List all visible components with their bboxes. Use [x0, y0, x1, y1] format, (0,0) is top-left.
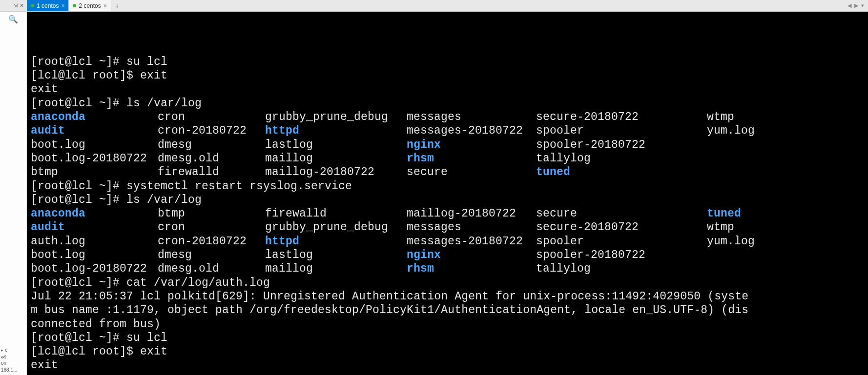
ls-row: anacondacrongrubby_prune_debugmessagesse… [31, 110, 864, 124]
ls-entry: cron [158, 110, 265, 124]
ls-entry: yum.log [707, 235, 765, 248]
tabs-menu-icon[interactable]: ▾ [861, 2, 864, 9]
ls-entry: maillog [265, 152, 407, 165]
ls-entry: nginx [407, 138, 536, 152]
content-row: 🔍 ▸ e əs on 168.1... [root@lcl ~]# su lc… [0, 12, 868, 375]
ls-row: anacondabtmpfirewalldmaillog-20180722sec… [31, 207, 864, 220]
ls-entry: tallylog [536, 262, 707, 276]
ls-entry: messages-20180722 [407, 235, 536, 248]
tab-label: 1 centos [37, 2, 59, 9]
ls-entry: dmesg.old [158, 152, 265, 165]
tab-bar: ⇲ ✕ 1 centos × 2 centos × + ◀ ▶ ▾ [0, 0, 868, 12]
ls-row: auditcrongrubby_prune_debugmessagessecur… [31, 220, 864, 234]
ls-entry: tallylog [536, 152, 707, 165]
terminal-line: [root@lcl ~]# cat /var/log/auth.log [31, 276, 270, 289]
terminal[interactable]: [root@lcl ~]# su lcl [lcl@lcl root]$ exi… [27, 12, 868, 375]
sidebar-item[interactable]: ▸ e [1, 347, 25, 354]
tab-bar-left-controls: ⇲ ✕ [0, 0, 27, 11]
ls-entry: spooler-20180722 [536, 138, 707, 152]
ls-entry: tuned [707, 207, 765, 220]
ls-row: auditcron-20180722httpdmessages-20180722… [31, 124, 864, 138]
terminal-line: [root@lcl ~]# ls /var/log [31, 97, 202, 110]
status-dot-icon [31, 4, 34, 7]
ls-entry: nginx [407, 248, 536, 262]
ls-entry: grubby_prune_debug [265, 220, 407, 234]
terminal-content: [root@lcl ~]# su lcl [lcl@lcl root]$ exi… [31, 41, 864, 375]
ls-entry: firewalld [158, 165, 265, 179]
ls-row: boot.log-20180722dmesg.oldmaillogrhsmtal… [31, 152, 864, 165]
terminal-line: Jul 22 21:05:37 lcl polkitd[629]: Unregi… [31, 290, 748, 303]
ls-entry: audit [31, 124, 158, 138]
tabs-next-icon[interactable]: ▶ [854, 2, 858, 9]
ls-entry: dmesg.old [158, 262, 265, 276]
search-icon[interactable]: 🔍 [0, 12, 26, 27]
terminal-line: exit [31, 83, 58, 96]
ls-entry: btmp [31, 165, 158, 179]
status-dot-icon [73, 4, 76, 7]
ls-entry: maillog-20180722 [407, 207, 536, 220]
ls-entry: cron [158, 220, 265, 234]
chevron-right-icon: ▸ [1, 347, 3, 353]
sidebar-item[interactable]: 168.1... [1, 367, 25, 374]
ls-entry: rhsm [407, 152, 536, 165]
terminal-line: exit [31, 359, 58, 372]
ls-row: boot.logdmesglastlognginxspooler-2018072… [31, 138, 864, 152]
ls-entry: secure-20180722 [536, 220, 707, 234]
terminal-line: [root@lcl ~]# su lcl [31, 56, 167, 68]
ls-row: btmpfirewalldmaillog-20180722securetuned [31, 165, 864, 179]
ls-output-2: anacondabtmpfirewalldmaillog-20180722sec… [31, 207, 864, 276]
tab-centos-1[interactable]: 1 centos × [27, 0, 69, 11]
ls-row: boot.logdmesglastlognginxspooler-2018072… [31, 248, 864, 262]
ls-entry: httpd [265, 235, 407, 248]
panel-close-icon[interactable]: ✕ [20, 2, 24, 9]
ls-entry: messages-20180722 [407, 124, 536, 138]
ls-entry: messages [407, 220, 536, 234]
ls-entry: tuned [536, 165, 707, 179]
ls-entry: messages [407, 110, 536, 124]
tab-bar-right-controls: ◀ ▶ ▾ [847, 0, 868, 11]
ls-output-1: anacondacrongrubby_prune_debugmessagesse… [31, 110, 864, 179]
ls-entry: secure [536, 207, 707, 220]
ls-entry: cron-20180722 [158, 124, 265, 138]
ls-entry: boot.log-20180722 [31, 152, 158, 165]
terminal-line: [root@lcl ~]# ls /var/log [31, 194, 202, 206]
sidebar-item[interactable]: əs [1, 354, 25, 360]
ls-entry: maillog-20180722 [265, 165, 407, 179]
ls-entry: dmesg [158, 138, 265, 152]
tab-close-icon[interactable]: × [103, 2, 107, 9]
tab-label: 2 centos [79, 2, 101, 9]
ls-entry: grubby_prune_debug [265, 110, 407, 124]
terminal-line: [root@lcl ~]# su lcl [31, 332, 167, 344]
sidebar-session-list: ▸ e əs on 168.1... [0, 347, 26, 375]
ls-entry: dmesg [158, 248, 265, 262]
terminal-line: [root@lcl ~]# systemctl restart rsyslog.… [31, 180, 352, 193]
ls-entry: httpd [265, 124, 407, 138]
tabs-prev-icon[interactable]: ◀ [847, 2, 851, 9]
ls-entry: btmp [158, 207, 265, 220]
ls-entry: wtmp [707, 220, 765, 234]
ls-entry: lastlog [265, 138, 407, 152]
ls-entry: spooler [536, 235, 707, 248]
ls-entry: boot.log [31, 248, 158, 262]
ls-entry: anaconda [31, 207, 158, 220]
tab-add-button[interactable]: + [111, 0, 123, 11]
ls-entry: rhsm [407, 262, 536, 276]
ls-entry: yum.log [707, 124, 765, 138]
ls-row: auth.logcron-20180722httpdmessages-20180… [31, 235, 864, 248]
pin-icon[interactable]: ⇲ [13, 2, 18, 9]
ls-entry: wtmp [707, 110, 765, 124]
ls-entry: secure [407, 165, 536, 179]
terminal-line: [lcl@lcl root]$ exit [31, 345, 167, 358]
ls-entry: cron-20180722 [158, 235, 265, 248]
ls-entry: secure-20180722 [536, 110, 707, 124]
terminal-line: connected from bus) [31, 318, 161, 331]
tab-close-icon[interactable]: × [61, 2, 64, 9]
ls-row: boot.log-20180722dmesg.oldmaillogrhsmtal… [31, 262, 864, 276]
ls-entry: boot.log [31, 138, 158, 152]
ls-entry: firewalld [265, 207, 407, 220]
sidebar-item[interactable]: on [1, 360, 25, 367]
tab-centos-2[interactable]: 2 centos × [69, 0, 111, 11]
ls-entry: spooler [536, 124, 707, 138]
ls-entry: spooler-20180722 [536, 248, 707, 262]
ls-entry: anaconda [31, 110, 158, 124]
